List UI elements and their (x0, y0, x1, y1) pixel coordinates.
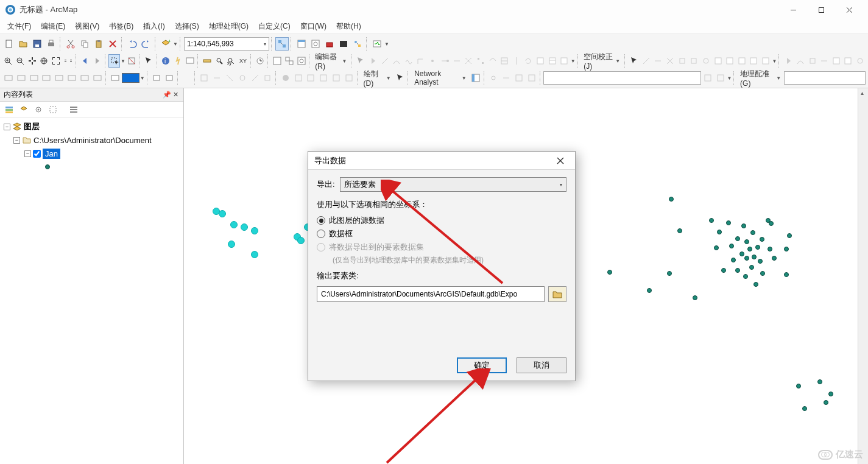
select-elements-icon[interactable] (143, 54, 155, 68)
end-point-icon[interactable] (439, 54, 451, 68)
cancel-button[interactable]: 取消 (517, 357, 566, 373)
georef-tool-1-icon[interactable] (2, 71, 15, 85)
arctoolbox-icon[interactable] (323, 37, 336, 51)
georef-tool-5-icon[interactable] (53, 71, 65, 85)
na-tool-2-icon[interactable] (500, 71, 512, 85)
georef-tool-2-icon[interactable] (15, 71, 27, 85)
create-features-icon[interactable] (559, 54, 570, 68)
select-dropdown-icon[interactable]: ▼ (121, 58, 125, 64)
arc-segment-icon[interactable] (391, 54, 403, 68)
print-icon[interactable] (44, 37, 58, 51)
full-extent-icon[interactable] (38, 54, 50, 68)
edit-placement-icon[interactable] (367, 54, 379, 68)
cut-icon[interactable] (64, 37, 77, 51)
editor-menu[interactable]: 编辑器(R) ▼ (312, 52, 349, 71)
right-angle-icon[interactable] (415, 54, 426, 68)
menu-edit[interactable]: 编辑(E) (36, 19, 70, 33)
misc-tool-1-icon[interactable] (198, 71, 210, 85)
adj-tool-icon-14[interactable] (806, 54, 818, 68)
edit-tool-icon[interactable] (355, 54, 367, 68)
minimize-button[interactable] (779, 1, 807, 18)
output-path-input[interactable]: C:\Users\Administrator\Documents\ArcGIS\… (317, 286, 545, 302)
prev-extent-icon[interactable] (79, 54, 91, 68)
redo-icon[interactable] (139, 37, 153, 51)
expander-icon[interactable]: − (24, 150, 31, 157)
python-window-icon[interactable] (337, 37, 350, 51)
geoprocessing-results-icon[interactable] (370, 37, 384, 51)
menu-file[interactable]: 文件(F) (2, 19, 36, 33)
viewer-window-icon[interactable] (284, 54, 295, 68)
intersection-icon[interactable] (463, 54, 475, 68)
georeferencing-menu[interactable]: 地理配准(G) ▼ (738, 69, 783, 88)
attributes-icon[interactable] (535, 54, 546, 68)
adj-tool-icon-3[interactable] (665, 54, 676, 68)
network-dataset-input[interactable] (543, 71, 701, 85)
georef-tool-6-icon[interactable] (66, 71, 78, 85)
misc-tool-9-icon[interactable] (305, 71, 317, 85)
midpoint-icon[interactable] (427, 54, 439, 68)
dialog-close-button[interactable] (552, 154, 569, 167)
tree-row-datasource[interactable]: − C:\Users\Administrator\Document (1, 133, 182, 147)
misc-tool-11-icon[interactable] (330, 71, 342, 85)
menu-bookmarks[interactable]: 书签(B) (104, 19, 138, 33)
network-analyst-menu[interactable]: Network Analyst ▼ (412, 69, 469, 86)
misc-tool-10-icon[interactable] (317, 71, 330, 85)
menu-windows[interactable]: 窗口(W) (295, 19, 331, 33)
pan-icon[interactable] (26, 54, 38, 68)
add-data-dropdown-icon[interactable]: ▼ (173, 41, 178, 47)
delete-icon[interactable] (106, 37, 119, 51)
misc-tool-5-icon[interactable] (249, 71, 261, 85)
adj-tool-icon-17[interactable] (842, 54, 854, 68)
close-panel-icon[interactable]: ✕ (171, 91, 180, 99)
reshape-icon[interactable] (487, 54, 498, 68)
dropdown-arrow-icon[interactable]: ▼ (384, 41, 389, 47)
list-by-source-icon[interactable] (17, 103, 30, 116)
adj-tool-icon-9[interactable] (736, 54, 747, 68)
draw-tool-icon[interactable] (394, 71, 406, 85)
save-icon[interactable] (30, 37, 44, 51)
expander-icon[interactable]: − (13, 137, 20, 144)
modelbuilder-icon[interactable] (351, 37, 364, 51)
adj-tool-icon-15[interactable] (819, 54, 830, 68)
html-popup-icon[interactable] (184, 54, 196, 68)
menu-customize[interactable]: 自定义(C) (253, 19, 295, 33)
create-viewer-icon[interactable] (272, 54, 283, 68)
search-window-icon[interactable] (309, 37, 322, 51)
adj-tool-icon-18[interactable] (855, 54, 866, 68)
layer-visibility-checkbox[interactable] (33, 150, 41, 158)
edit-vertices-icon[interactable] (475, 54, 487, 68)
catalog-window-icon[interactable] (295, 37, 308, 51)
clear-selection-icon[interactable] (126, 54, 138, 68)
tree-row-layer[interactable]: − Jan (1, 147, 182, 160)
adj-tool-icon-5[interactable] (688, 54, 700, 68)
effects-layer-icon[interactable] (109, 71, 121, 85)
na-tool-4-icon[interactable] (526, 71, 538, 85)
radio-data-frame[interactable]: 数据框 (317, 228, 566, 239)
find-icon[interactable] (213, 54, 225, 68)
fixed-zoom-in-icon[interactable] (51, 54, 62, 68)
labeling-tool-icon[interactable] (163, 71, 175, 85)
time-slider-icon[interactable] (255, 54, 266, 68)
menu-view[interactable]: 视图(V) (70, 19, 104, 33)
hyperlink-icon[interactable] (172, 54, 184, 68)
paste-icon[interactable] (92, 37, 105, 51)
undo-icon[interactable] (125, 37, 139, 51)
georef-layer-input[interactable] (784, 71, 866, 85)
select-features-icon[interactable] (108, 54, 120, 68)
next-extent-icon[interactable] (91, 54, 103, 68)
find-route-icon[interactable]: xy (225, 54, 237, 68)
spatial-adjustment-menu[interactable]: 空间校正(J) ▼ (581, 52, 623, 71)
menu-help[interactable]: 帮助(H) (331, 19, 366, 33)
open-icon[interactable] (16, 37, 30, 51)
list-by-visibility-icon[interactable] (32, 103, 45, 116)
magnifier-icon[interactable] (295, 54, 307, 68)
editor-toolbar-icon[interactable] (275, 37, 289, 51)
adj-tool-icon-12[interactable] (783, 54, 794, 68)
georef-tool-8-icon[interactable] (91, 71, 104, 85)
misc-tool-6-icon[interactable] (261, 71, 273, 85)
misc-tool-2-icon[interactable] (211, 71, 223, 85)
editor-dropdown-icon[interactable]: ▼ (571, 58, 576, 64)
na-directions-icon[interactable] (715, 71, 727, 85)
misc-tool-4-icon[interactable] (236, 71, 249, 85)
distance-icon[interactable] (451, 54, 462, 68)
